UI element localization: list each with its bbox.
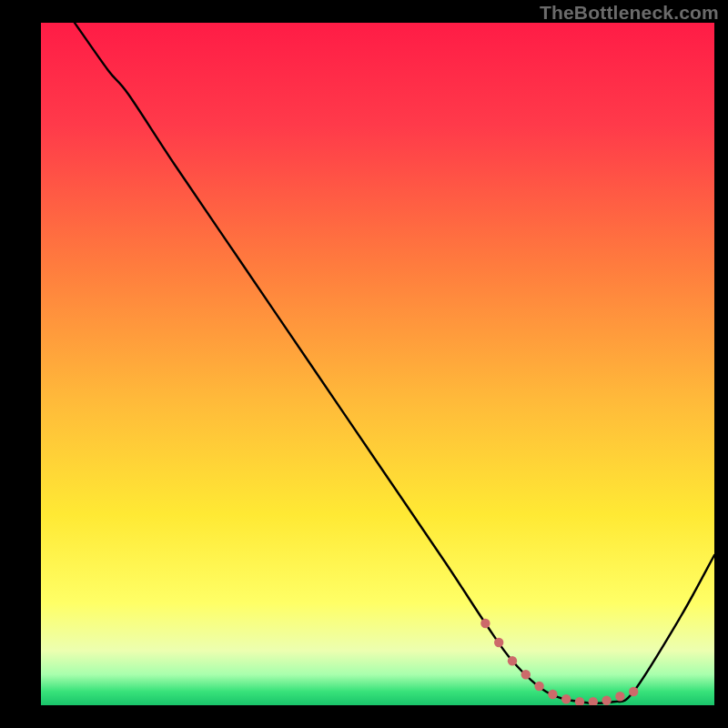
watermark-text: TheBottleneck.com [540,2,719,24]
marker-dot [548,690,557,699]
marker-dot [629,687,638,696]
marker-dot [561,694,571,703]
marker-dot [521,670,531,679]
marker-dot [534,682,543,691]
plot-area [41,23,714,705]
bottleneck-chart [41,23,714,705]
marker-dot [494,638,503,647]
marker-dot [602,696,611,705]
marker-dot [480,619,490,628]
chart-frame: TheBottleneck.com [0,0,728,728]
marker-dot [508,656,517,665]
marker-dot [615,692,624,701]
gradient-background [41,23,714,705]
